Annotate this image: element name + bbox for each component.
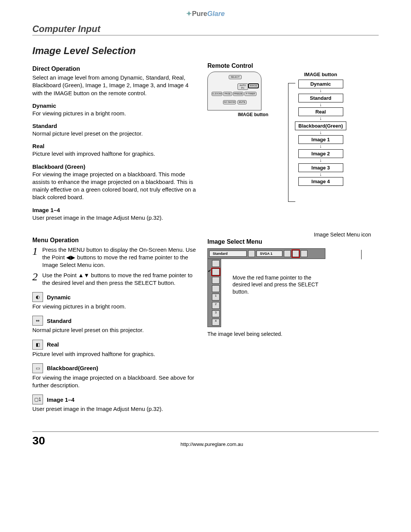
icon-standard-row: ⇔ Standard <box>32 316 200 326</box>
menu-bar-icon <box>284 250 291 257</box>
icon-standard-desc: Normal picture level preset on this proj… <box>32 326 200 334</box>
icon-dynamic-title: Dynamic <box>47 294 71 300</box>
down-arrow-icon: ↓ <box>320 103 322 107</box>
def-blackboard-title: Blackboard (Green) <box>32 163 200 170</box>
step-2-text: Use the Point ▲▼ buttons to move the red… <box>42 272 200 287</box>
icon-blackboard-row: ▭ Blackboard(Green) <box>32 363 200 373</box>
menu-operation-heading: Menu Operation <box>32 237 200 244</box>
flow-dynamic: Dynamic <box>298 80 343 88</box>
def-dynamic-title: Dynamic <box>32 102 200 109</box>
remote-image-button: IMAGE <box>248 83 259 88</box>
def-image14-desc: User preset image in the Image Adjust Me… <box>32 214 200 222</box>
def-blackboard-desc: For viewing the image projected on a bla… <box>32 171 200 201</box>
menu-bar-standard: Standard <box>209 251 247 257</box>
icon-real-row: ◧ Real <box>32 340 200 350</box>
menu-item-image1: 1 <box>212 294 220 300</box>
flow-blackboard: Blackboard(Green) <box>295 121 346 130</box>
remote-autopc-button: AUTO PC <box>237 83 248 90</box>
remote-ptimer-button: P-TIMER <box>244 92 256 96</box>
down-arrow-icon: ↓ <box>320 117 322 121</box>
icon-image14-desc: User preset image in the Image Adjust Me… <box>32 405 200 413</box>
remote-page-button: PAGE <box>223 92 232 96</box>
def-standard-title: Standard <box>32 123 200 129</box>
image14-icon: ▢1 <box>32 395 43 404</box>
remote-dzoom-button: D.ZOOM <box>212 92 222 96</box>
image-select-heading: Image Select Menu <box>207 238 379 245</box>
remote-select-button: SELECT <box>229 75 242 79</box>
def-real-title: Real <box>32 143 200 149</box>
image-select-menu-screenshot: Standard SVGA 1 ✔ <box>207 248 325 327</box>
down-arrow-icon: ↓ <box>320 131 322 135</box>
image-select-icon-label: Image Select Menu icon <box>207 232 379 238</box>
icon-real-title: Real <box>47 341 59 348</box>
flow-image2: Image 2 <box>298 149 343 158</box>
menu-item-image3: 3 <box>212 310 220 317</box>
icon-real-desc: Picture level with improved halftone for… <box>32 350 200 358</box>
logo-glare: Glare <box>207 10 225 18</box>
def-dynamic-desc: For viewing pictures in a bright room. <box>32 110 200 117</box>
menu-item-image4: 4 <box>212 319 220 326</box>
menu-bar-svga: SVGA 1 <box>256 251 282 257</box>
step-2-number: 2 <box>32 272 38 287</box>
icon-dynamic-desc: For viewing pictures in a bright room. <box>32 303 200 310</box>
down-arrow-icon: ↓ <box>320 173 322 177</box>
logo-icon: ✦ <box>186 10 192 18</box>
flow-image4: Image 4 <box>298 177 343 186</box>
icon-standard-title: Standard <box>47 318 72 324</box>
flow-standard: Standard <box>298 94 343 102</box>
remote-freeze-button: FREEZE <box>233 92 244 96</box>
footer-url: http://www.pureglare.com.au <box>45 441 379 447</box>
step-2: 2 Use the Point ▲▼ buttons to move the r… <box>32 272 200 287</box>
remote-mute-button: MUTE <box>237 100 247 104</box>
image-select-menu-icon <box>292 250 299 257</box>
icon-blackboard-desc: For viewing the image projected on a bla… <box>32 374 200 390</box>
brand-logo: ✦PureGlare <box>32 10 379 18</box>
real-icon: ◧ <box>32 340 43 350</box>
step-1-text: Press the MENU button to display the On-… <box>42 246 200 269</box>
icon-image14-title: Image 1–4 <box>47 396 75 403</box>
menu-item-image2: 2 <box>212 302 220 309</box>
standard-icon: ⇔ <box>32 316 43 326</box>
down-arrow-icon: ↓ <box>320 145 322 149</box>
menu-item-real <box>212 277 220 284</box>
flow-real: Real <box>298 107 343 116</box>
image-button-flow: IMAGE button Dynamic ↓ Standard ↓ Real ↓… <box>295 72 346 186</box>
section-header: Computer Input <box>32 24 379 35</box>
flow-title: IMAGE button <box>304 72 337 77</box>
blackboard-icon: ▭ <box>32 363 43 373</box>
down-arrow-icon: ↓ <box>320 89 322 93</box>
page-title: Image Level Selection <box>32 45 379 57</box>
dynamic-icon: ◐ <box>32 292 43 302</box>
remote-noshow-button: NO SHOW <box>223 100 236 104</box>
flow-image1: Image 1 <box>298 135 343 144</box>
menu-bar-icon <box>301 250 307 257</box>
logo-pure: Pure <box>192 10 207 18</box>
def-image14-title: Image 1–4 <box>32 207 200 213</box>
remote-control-heading: Remote Control <box>207 62 379 69</box>
checkmark-icon: ✔ <box>208 268 211 273</box>
remote-control-illustration: SELECT AUTO PC IMAGE D.ZOOM PAGE FREEZE … <box>207 72 261 110</box>
step-1: 1 Press the MENU button to display the O… <box>32 246 200 269</box>
direct-operation-intro: Select an image level from among Dynamic… <box>32 74 200 97</box>
menu-callout: Move the red frame pointer to the desire… <box>233 259 325 327</box>
down-arrow-icon: ↓ <box>320 159 322 163</box>
menu-item-standard-selected <box>212 268 220 275</box>
menu-item-dynamic <box>212 260 220 267</box>
icon-dynamic-row: ◐ Dynamic <box>32 292 200 302</box>
def-real-desc: Picture level with improved halftone for… <box>32 150 200 158</box>
menu-bar-icon <box>248 250 255 257</box>
menu-caption: The image level being selected. <box>207 331 379 337</box>
menu-item-blackboard <box>212 285 220 292</box>
icon-image14-row: ▢1 Image 1–4 <box>32 395 200 404</box>
direct-operation-heading: Direct Operation <box>32 66 200 72</box>
flow-image3: Image 3 <box>298 163 343 172</box>
page-number: 30 <box>32 434 45 447</box>
step-1-number: 1 <box>32 246 38 269</box>
remote-caption: IMAGE button <box>207 112 280 117</box>
def-standard-desc: Normal picture level preset on the proje… <box>32 130 200 137</box>
icon-blackboard-title: Blackboard(Green) <box>47 365 98 371</box>
